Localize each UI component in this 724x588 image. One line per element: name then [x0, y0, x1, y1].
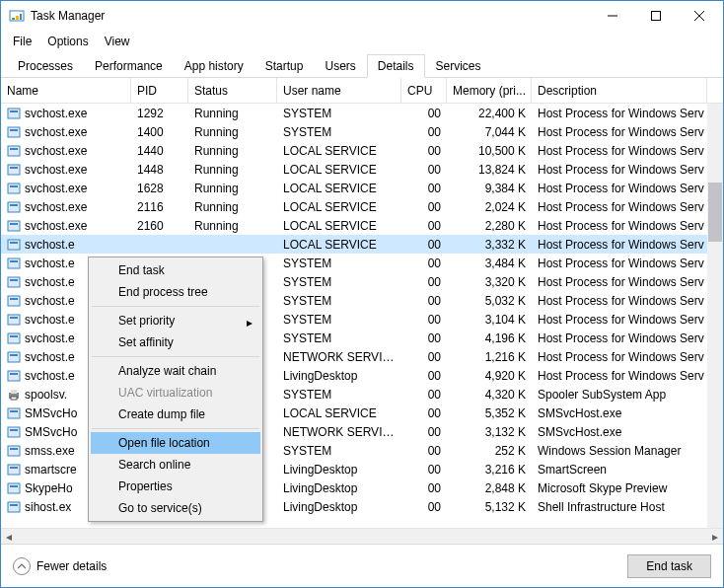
menu-item-properties[interactable]: Properties	[91, 476, 260, 497]
process-icon	[7, 481, 21, 495]
scroll-left-icon[interactable]: ◂	[1, 529, 17, 545]
menu-item-analyze-wait-chain[interactable]: Analyze wait chain	[91, 360, 260, 382]
cell-user: SYSTEM	[277, 107, 401, 120]
menu-item-create-dump-file[interactable]: Create dump file	[91, 404, 260, 425]
close-button[interactable]	[678, 2, 721, 30]
cell-desc: Host Process for Windows Serv	[532, 238, 723, 252]
menu-file[interactable]: File	[5, 33, 39, 50]
table-row[interactable]: svchost.eLOCAL SERVICE003,332 KHost Proc…	[1, 235, 723, 254]
col-desc[interactable]: Description	[532, 78, 707, 103]
col-status[interactable]: Status	[188, 78, 277, 103]
svg-rect-19	[10, 204, 18, 206]
process-name: svchost.e	[25, 294, 75, 308]
cell-cpu: 00	[401, 238, 447, 252]
scrollbar-thumb[interactable]	[708, 183, 722, 242]
svg-rect-17	[10, 185, 18, 187]
process-icon	[7, 444, 21, 458]
menu-options[interactable]: Options	[39, 33, 96, 50]
cell-cpu: 00	[401, 200, 447, 214]
cell-user: SYSTEM	[277, 125, 401, 139]
cell-cpu: 00	[401, 313, 447, 327]
process-name: svchost.exe	[25, 219, 87, 233]
cell-mem: 4,196 K	[447, 331, 532, 345]
cell-user: LOCAL SERVICE	[277, 182, 401, 195]
cell-mem: 3,320 K	[447, 275, 532, 289]
svg-rect-1	[12, 18, 15, 20]
col-cpu[interactable]: CPU	[401, 78, 447, 103]
cell-desc: Host Process for Windows Serv	[532, 163, 723, 177]
col-pid[interactable]: PID	[131, 78, 188, 103]
tab-services[interactable]: Services	[425, 54, 492, 77]
col-user[interactable]: User name	[277, 78, 401, 103]
cell-desc: Host Process for Windows Serv	[532, 257, 723, 270]
vertical-scrollbar[interactable]	[707, 104, 723, 528]
menu-item-open-file-location[interactable]: Open file location	[91, 432, 260, 454]
cell-cpu: 00	[401, 107, 447, 120]
cell-mem: 3,132 K	[447, 425, 532, 439]
cell-mem: 2,024 K	[447, 200, 532, 214]
cell-cpu: 00	[401, 275, 447, 289]
menu-item-end-process-tree[interactable]: End process tree	[91, 281, 260, 303]
cell-pid: 1628	[131, 182, 188, 195]
process-name: spoolsv.	[25, 388, 67, 402]
tab-details[interactable]: Details	[367, 54, 425, 78]
tab-app-history[interactable]: App history	[174, 54, 254, 77]
fewer-details-toggle[interactable]: Fewer details	[13, 557, 107, 575]
svg-rect-48	[10, 467, 18, 469]
col-name[interactable]: Name	[1, 78, 131, 103]
cell-cpu: 00	[401, 369, 447, 383]
menu-item-set-affinity[interactable]: Set affinity	[91, 331, 260, 353]
svg-rect-12	[8, 146, 20, 156]
svg-rect-11	[10, 129, 18, 131]
svg-rect-26	[8, 277, 20, 287]
end-task-button[interactable]: End task	[627, 554, 711, 578]
cell-cpu: 00	[401, 331, 447, 345]
process-name: SMSvcHo	[25, 425, 77, 439]
process-icon	[7, 219, 21, 233]
tab-performance[interactable]: Performance	[84, 54, 174, 77]
svg-rect-13	[10, 148, 18, 150]
tab-users[interactable]: Users	[314, 54, 366, 77]
cell-desc: Shell Infrastructure Host	[532, 500, 723, 514]
menu-item-search-online[interactable]: Search online	[91, 454, 260, 476]
svg-rect-46	[10, 448, 18, 450]
process-name: svchost.e	[25, 238, 75, 252]
menu-item-go-to-service-s-[interactable]: Go to service(s)	[91, 497, 260, 519]
svg-rect-37	[10, 373, 18, 375]
cell-user: SYSTEM	[277, 294, 401, 308]
process-name: sihost.ex	[25, 500, 71, 514]
cell-pid: 2116	[131, 200, 188, 214]
table-row[interactable]: svchost.exe1440RunningLOCAL SERVICE0010,…	[1, 141, 723, 160]
svg-rect-44	[10, 429, 18, 431]
table-row[interactable]: svchost.exe2160RunningLOCAL SERVICE002,2…	[1, 216, 723, 235]
col-mem[interactable]: Memory (pri...	[447, 78, 532, 103]
menu-item-end-task[interactable]: End task	[91, 259, 260, 281]
cell-user: SYSTEM	[277, 444, 401, 458]
process-icon	[7, 406, 21, 420]
table-row[interactable]: svchost.exe2116RunningLOCAL SERVICE002,0…	[1, 197, 723, 216]
cell-mem: 10,500 K	[447, 144, 532, 158]
menubar: File Options View	[1, 31, 723, 52]
cell-cpu: 00	[401, 294, 447, 308]
cell-user: SYSTEM	[277, 257, 401, 270]
cell-user: LOCAL SERVICE	[277, 219, 401, 233]
horizontal-scrollbar[interactable]: ◂ ▸	[1, 528, 723, 544]
scroll-right-icon[interactable]: ▸	[707, 529, 723, 545]
table-row[interactable]: svchost.exe1292RunningSYSTEM0022,400 KHo…	[1, 104, 723, 122]
cell-mem: 22,400 K	[447, 107, 532, 120]
menu-view[interactable]: View	[97, 33, 138, 50]
menu-item-set-priority[interactable]: Set priority▸	[91, 310, 260, 331]
cell-user: SYSTEM	[277, 388, 401, 402]
svg-rect-8	[8, 109, 20, 118]
table-row[interactable]: svchost.exe1628RunningLOCAL SERVICE009,3…	[1, 179, 723, 197]
maximize-button[interactable]	[634, 2, 678, 30]
minimize-button[interactable]	[591, 2, 634, 30]
svg-rect-34	[8, 352, 20, 362]
svg-rect-40	[11, 397, 17, 400]
tab-processes[interactable]: Processes	[7, 54, 84, 77]
table-row[interactable]: svchost.exe1448RunningLOCAL SERVICE0013,…	[1, 160, 723, 179]
process-name: smartscre	[25, 463, 77, 477]
table-row[interactable]: svchost.exe1400RunningSYSTEM007,044 KHos…	[1, 122, 723, 141]
tab-startup[interactable]: Startup	[254, 54, 315, 77]
svg-rect-43	[8, 427, 20, 437]
